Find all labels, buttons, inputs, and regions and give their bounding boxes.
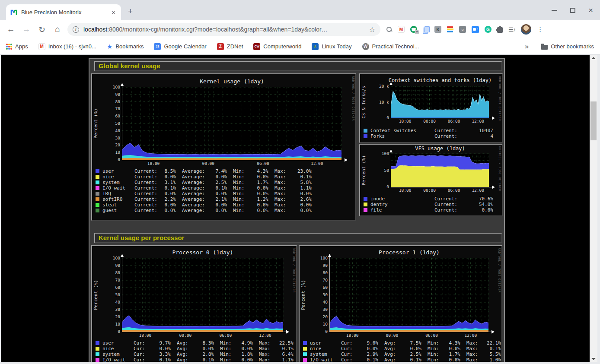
legend-row: softIRQCurrent:2.2%Average:2.1%Min:1.2%M… xyxy=(96,196,353,202)
site-info-icon[interactable]: i xyxy=(73,26,79,33)
search-extension-icon[interactable] xyxy=(386,26,392,32)
legend-series-name: Context switches xyxy=(370,128,434,133)
svg-text:90: 90 xyxy=(115,263,121,268)
scrollbar-up-arrow-icon[interactable] xyxy=(591,57,596,59)
bookmark-label: Linux Today xyxy=(322,43,351,50)
legend-series-name: nice xyxy=(310,346,341,351)
gmail-extension-icon[interactable]: M xyxy=(398,26,405,33)
svg-text:00:00: 00:00 xyxy=(386,333,399,338)
kebab-menu-icon[interactable]: ⋮ xyxy=(537,25,543,33)
svg-text:12:00: 12:00 xyxy=(465,333,477,338)
window-left-edge xyxy=(0,55,1,364)
scrollbar-down-arrow-icon[interactable] xyxy=(591,358,596,360)
legend-series-name: dentry xyxy=(370,202,434,207)
processor1-graph[interactable]: 010203040506070809010018:0000:0006:0012:… xyxy=(299,245,502,364)
svg-text:18:00: 18:00 xyxy=(346,333,359,338)
svg-text:0: 0 xyxy=(386,115,389,120)
grammarly-extension-icon[interactable]: G xyxy=(485,26,491,33)
browser-tab[interactable]: Blue Precision Monitorix × xyxy=(6,4,121,20)
forward-icon[interactable]: → xyxy=(22,25,31,34)
legend-series-name: softIRQ xyxy=(102,196,134,202)
maximize-button[interactable] xyxy=(570,8,575,13)
legend-stat: Avg:2.8% xyxy=(177,351,220,357)
svg-text:06:00: 06:00 xyxy=(448,119,460,123)
bookmark-label: Computerworld xyxy=(263,43,301,50)
svg-text:30: 30 xyxy=(115,136,121,140)
bookmark-label: Inbox (16) - sjvn0... xyxy=(48,43,96,50)
bookmark-bookmarks-icon: ★ xyxy=(107,43,112,51)
extension-icons: M☎?K○G☰♪⋮ xyxy=(386,24,543,35)
voice-extension-icon[interactable]: ☎? xyxy=(410,26,417,33)
bookmark-bookmarks[interactable]: ★Bookmarks xyxy=(107,43,144,51)
legend-stat: Average:0.0% xyxy=(182,208,233,213)
k-extension-icon[interactable]: K xyxy=(434,26,441,33)
legend-series-name: user xyxy=(102,340,134,346)
extensions-puzzle-icon[interactable] xyxy=(497,27,503,33)
svg-text:0: 0 xyxy=(386,184,389,189)
zoom-camera-extension-icon[interactable] xyxy=(472,26,479,33)
vfs-usage-graph[interactable]: 05010018:0000:0006:0012:00VFS usage (1da… xyxy=(359,144,503,216)
tab-strip: Blue Precision Monitorix × + × xyxy=(0,0,600,20)
rrdtool-watermark: RRDTOOL / TOBI OETIKER xyxy=(498,248,501,293)
legend-stat: Average:2.1% xyxy=(182,196,233,202)
legend-stat: Current:0.0% xyxy=(134,202,182,208)
legend-stat: Min:0.0% xyxy=(233,185,274,191)
other-bookmarks-button[interactable]: Other bookmarks xyxy=(541,43,594,50)
legend-swatch xyxy=(96,347,99,351)
legend-swatch xyxy=(96,180,99,184)
svg-text:20: 20 xyxy=(115,142,121,147)
address-bar[interactable]: i localhost:8080/monitorix-cgi/monitorix… xyxy=(67,23,380,36)
legend-series-name: system xyxy=(102,351,134,357)
legend-stat: Max:0.0% xyxy=(274,191,318,196)
bookmark-inbox[interactable]: MInbox (16) - sjvn0... xyxy=(38,43,96,50)
profile-avatar[interactable] xyxy=(521,24,531,35)
legend-swatch xyxy=(303,358,307,362)
legend-series-name: steal xyxy=(102,202,134,208)
window-close-button[interactable]: × xyxy=(588,7,593,13)
legend-stat: Max:2.6% xyxy=(274,196,318,202)
lamp-extension-icon[interactable]: ○ xyxy=(459,26,466,33)
legend-stat: Min:0.0% xyxy=(233,174,274,180)
minimize-button[interactable] xyxy=(552,10,557,11)
legend-stat: Current:0.0% xyxy=(134,191,182,196)
svg-text:0: 0 xyxy=(325,329,328,334)
legend-row: userCurrent:8.5%Average:7.4%Min:4.3%Max:… xyxy=(96,168,353,174)
books-extension-icon[interactable] xyxy=(447,26,453,32)
bookmark-zdnet-icon: Z xyxy=(217,43,224,50)
new-tab-button[interactable]: + xyxy=(128,7,133,15)
legend-stat: Max:0.0% xyxy=(274,208,318,213)
processor0-legend: userCur:9.7%Avg:8.3%Min:4.9%Max:22.5%nic… xyxy=(96,340,294,363)
bookmark-computerworld[interactable]: CWComputerworld xyxy=(253,43,301,50)
legend-row: ForksCurrent:4 xyxy=(364,133,499,139)
legend-series-name: nice xyxy=(102,174,134,180)
svg-text:70: 70 xyxy=(323,278,328,282)
legend-stat: Current:0.0% xyxy=(134,174,182,180)
legend-stat: Max:6.4% xyxy=(259,351,297,357)
svg-text:12:00: 12:00 xyxy=(472,188,484,193)
processor0-graph[interactable]: 010203040506070809010018:0000:0006:0012:… xyxy=(91,245,297,364)
kernel-usage-graph[interactable]: 010203040506070809010018:0000:0006:0012:… xyxy=(91,73,356,221)
legend-row: userCur:9.7%Avg:8.3%Min:4.9%Max:22.5% xyxy=(96,340,294,346)
bookmarks-overflow-chevron[interactable]: » xyxy=(525,42,529,51)
copy-pages-extension-icon[interactable] xyxy=(423,26,429,33)
bookmark-practical-technology[interactable]: WPractical Technol... xyxy=(362,43,419,50)
back-icon[interactable]: ← xyxy=(6,25,16,34)
reload-icon[interactable]: ↻ xyxy=(37,25,47,35)
context-switches-graph[interactable]: 010 k20 k18:0000:0006:0012:00Context swi… xyxy=(359,73,503,143)
svg-text:80: 80 xyxy=(323,270,328,275)
tab-close-icon[interactable]: × xyxy=(110,9,117,16)
svg-text:30: 30 xyxy=(323,307,328,312)
bookmark-star-icon[interactable]: ☆ xyxy=(369,25,375,34)
vertical-scrollbar[interactable] xyxy=(590,55,597,362)
bookmark-apps[interactable]: Apps xyxy=(6,43,28,50)
bookmarks-divider xyxy=(535,42,535,51)
bookmark-zdnet[interactable]: ZZDNet xyxy=(217,43,243,50)
bookmark-linux-today[interactable]: /tLinux Today xyxy=(312,43,351,50)
svg-text:Percent (%): Percent (%) xyxy=(361,155,366,186)
svg-text:90: 90 xyxy=(115,92,121,97)
home-icon[interactable]: ⌂ xyxy=(53,25,62,34)
media-queue-icon[interactable]: ☰♪ xyxy=(508,26,515,33)
bookmark-google-calendar[interactable]: 28Google Calendar xyxy=(154,43,206,50)
processor0-chart-image: 010203040506070809010018:0000:0006:0012:… xyxy=(92,246,296,338)
scrollbar-thumb[interactable] xyxy=(590,101,597,140)
